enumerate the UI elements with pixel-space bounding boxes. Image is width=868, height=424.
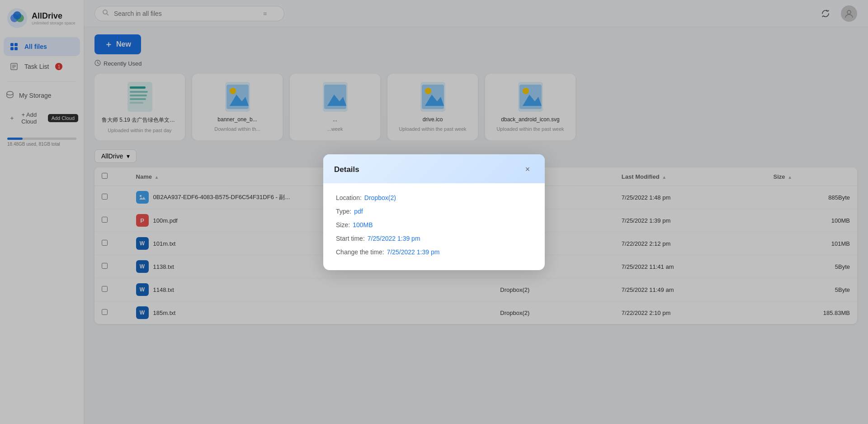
change-time-value: 7/25/2022 1:39 pm bbox=[387, 248, 440, 256]
detail-row-change-time: Change the time: 7/25/2022 1:39 pm bbox=[336, 248, 532, 256]
details-modal: Details × Location: Dropbox(2) Type: pdf… bbox=[323, 154, 545, 270]
modal-title: Details bbox=[334, 165, 359, 174]
type-value: pdf bbox=[354, 208, 363, 215]
detail-row-location: Location: Dropbox(2) bbox=[336, 194, 532, 201]
start-time-label: Start time: bbox=[336, 235, 365, 242]
location-value: Dropbox(2) bbox=[364, 194, 396, 201]
detail-row-size: Size: 100MB bbox=[336, 221, 532, 229]
location-label: Location: bbox=[336, 194, 362, 201]
size-value: 100MB bbox=[353, 221, 373, 229]
detail-row-start-time: Start time: 7/25/2022 1:39 pm bbox=[336, 235, 532, 242]
modal-body: Location: Dropbox(2) Type: pdf Size: 100… bbox=[323, 183, 545, 270]
type-label: Type: bbox=[336, 208, 351, 215]
modal-overlay[interactable]: Details × Location: Dropbox(2) Type: pdf… bbox=[0, 0, 868, 424]
modal-close-button[interactable]: × bbox=[521, 163, 534, 176]
modal-header: Details × bbox=[323, 154, 545, 183]
detail-row-type: Type: pdf bbox=[336, 208, 532, 215]
change-time-label: Change the time: bbox=[336, 248, 384, 256]
size-label: Size: bbox=[336, 221, 350, 229]
start-time-value: 7/25/2022 1:39 pm bbox=[368, 235, 420, 242]
